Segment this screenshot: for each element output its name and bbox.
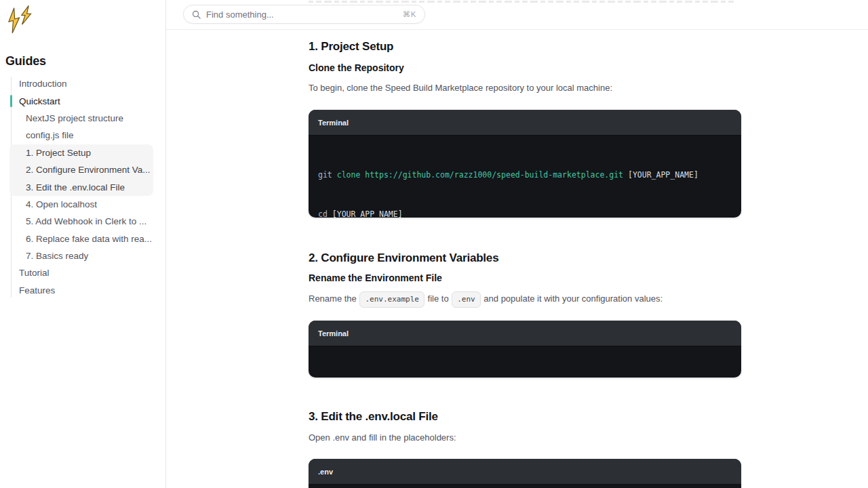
sidebar-item-introduction[interactable]: Introduction [9, 75, 153, 92]
terminal-code: git clone https://github.com/razz1000/sp… [309, 136, 741, 218]
code-line: git clone https://github.com/razz1000/sp… [318, 169, 732, 182]
terminal-code [309, 485, 741, 488]
sidebar-item-tutorial[interactable]: Tutorial [9, 264, 153, 281]
clipped-scrolled-text [309, 0, 736, 3]
sidebar-divider [165, 0, 166, 488]
docs-page: Guides Introduction Quickstart NextJS pr… [0, 0, 868, 488]
terminal-title: .env [318, 468, 333, 476]
sidebar-nav: Introduction Quickstart NextJS project s… [9, 75, 153, 299]
paragraph-text: and populate it with your configuration … [481, 293, 663, 304]
search-icon [192, 10, 201, 19]
terminal-title: Terminal [318, 119, 349, 127]
terminal-code-block-env-file: .env [309, 459, 741, 488]
section-heading-configure-env: 2. Configure Environment Variables [309, 251, 498, 265]
terminal-header: Terminal [309, 321, 741, 346]
sidebar-item-features[interactable]: Features [9, 282, 153, 299]
sidebar-section-title: Guides [5, 54, 46, 68]
inline-code-env: .env [452, 291, 481, 308]
search-input[interactable]: Find something... ⌘K [183, 5, 425, 24]
code-token: clone https://github.com/razz1000/speed-… [332, 170, 623, 180]
sidebar-item-nextjs-project-structure[interactable]: NextJS project structure [9, 110, 153, 127]
sidebar-item-replace-fake-data[interactable]: 6. Replace fake data with rea... [9, 230, 153, 247]
sidebar-item-quickstart[interactable]: Quickstart [9, 92, 153, 109]
terminal-header: .env [309, 459, 741, 485]
terminal-header: Terminal [309, 110, 741, 136]
inline-code-env-example: .env.example [359, 291, 424, 308]
code-line: cd [YOUR_APP_NAME] [318, 208, 732, 218]
terminal-code-block-mv: Terminal mv .env.example .env [309, 321, 741, 378]
header-divider [166, 29, 868, 30]
search-shortcut-hint: ⌘K [403, 9, 416, 19]
terminal-code-block-clone: Terminal git clone https://github.com/ra… [309, 110, 741, 218]
section-heading-project-setup: 1. Project Setup [309, 40, 393, 54]
search-placeholder: Find something... [206, 9, 274, 20]
sidebar-item-configure-environment-variables[interactable]: 2. Configure Environment Va... [9, 161, 153, 178]
code-token: [YOUR_APP_NAME] [328, 209, 403, 218]
paragraph-rename-env: Rename the .env.example file to .env and… [309, 291, 663, 308]
paragraph-clone-intro: To begin, clone the Speed Build Marketpl… [309, 81, 612, 94]
subheading-rename-env-file: Rename the Environment File [309, 272, 442, 283]
sidebar-item-edit-env-local-file[interactable]: 3. Edit the .env.local File [9, 178, 153, 195]
subheading-clone-the-repository: Clone the Repository [309, 62, 404, 73]
paragraph-open-env: Open .env and fill in the placeholders: [309, 431, 456, 444]
sidebar-item-open-localhost[interactable]: 4. Open localhost [9, 196, 153, 213]
lightning-logo-icon[interactable] [5, 3, 34, 37]
paragraph-text: file to [425, 293, 451, 304]
section-heading-edit-env-local: 3. Edit the .env.local File [309, 410, 438, 424]
terminal-title: Terminal [318, 329, 349, 338]
terminal-code: mv .env.example .env [309, 346, 741, 378]
code-token: cd [318, 209, 328, 218]
sidebar-item-project-setup[interactable]: 1. Project Setup [9, 144, 153, 161]
code-token: [YOUR_APP_NAME] [623, 170, 698, 180]
sidebar-item-add-webhook-in-clerk[interactable]: 5. Add Webhook in Clerk to ... [9, 213, 153, 230]
sidebar-item-config-js-file[interactable]: config.js file [9, 127, 153, 144]
code-token: git [318, 170, 332, 180]
sidebar-item-basics-ready[interactable]: 7. Basics ready [9, 247, 153, 264]
paragraph-text: Rename the [309, 293, 359, 304]
